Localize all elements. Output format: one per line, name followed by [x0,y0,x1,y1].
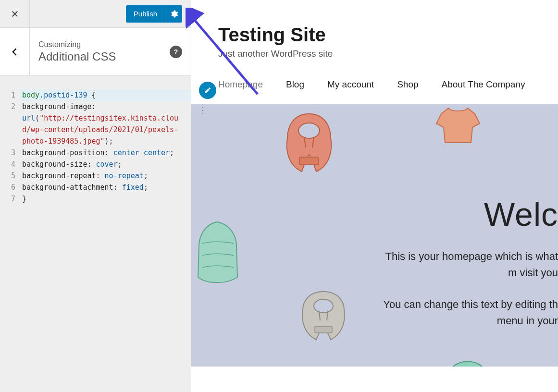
customizing-label: Customizing [38,40,170,49]
site-preview: Testing Site Just another WordPress site… [191,0,558,392]
site-title[interactable]: Testing Site [218,24,558,46]
code-lines[interactable]: body.postid-139 {background-image: url("… [19,89,191,205]
ellipsis-icon: ⋮ [198,104,208,116]
gear-icon [170,10,178,18]
nav-item-shop[interactable]: Shop [397,79,418,90]
site-tagline: Just another WordPress site [218,49,558,59]
chevron-left-icon [10,47,20,57]
hero-paragraph-1: This is your homepage which is what m vi… [375,248,558,281]
doodle-tshirt-red [432,104,484,147]
help-button[interactable]: ? [170,46,182,58]
svg-rect-3 [315,326,332,333]
svg-rect-1 [299,157,319,165]
sidebar-header: Customizing Additional CSS ? [0,28,191,76]
edit-shortcut-button[interactable] [199,82,216,99]
doodle-teal-partial [451,358,484,368]
section-title: Additional CSS [38,50,170,63]
css-editor[interactable]: 1234567 body.postid-139 {background-imag… [0,76,191,392]
doodle-hoodie-gray [292,287,355,344]
doodle-sweater-teal [195,220,241,287]
sidebar-topbar: Publish [0,0,191,28]
svg-point-0 [298,123,320,138]
close-icon [11,10,19,18]
preview-header: Testing Site Just another WordPress site [191,0,558,69]
customizer-sidebar: Publish Customizing Additional CSS ? 123… [0,0,191,392]
close-button[interactable] [0,0,30,28]
publish-button[interactable]: Publish [126,5,165,23]
hero-paragraph-2: You can change this text by editing th m… [380,296,558,329]
hero-section: ⋮ Welc [191,104,558,367]
nav-item-blog[interactable]: Blog [286,79,304,90]
svg-point-2 [314,299,333,313]
nav-item-my-account[interactable]: My account [327,79,374,90]
line-gutter: 1234567 [0,89,19,205]
pencil-icon [204,86,211,94]
publish-settings-button[interactable] [165,5,182,23]
nav-item-about-the-company[interactable]: About The Company [442,79,525,90]
primary-nav: HomepageBlogMy accountShopAbout The Comp… [191,69,558,104]
nav-item-homepage[interactable]: Homepage [218,79,263,90]
back-button[interactable] [0,28,30,76]
publish-group: Publish [126,5,182,23]
doodle-hoodie-red [278,109,340,176]
hero-title: Welc [484,196,558,233]
